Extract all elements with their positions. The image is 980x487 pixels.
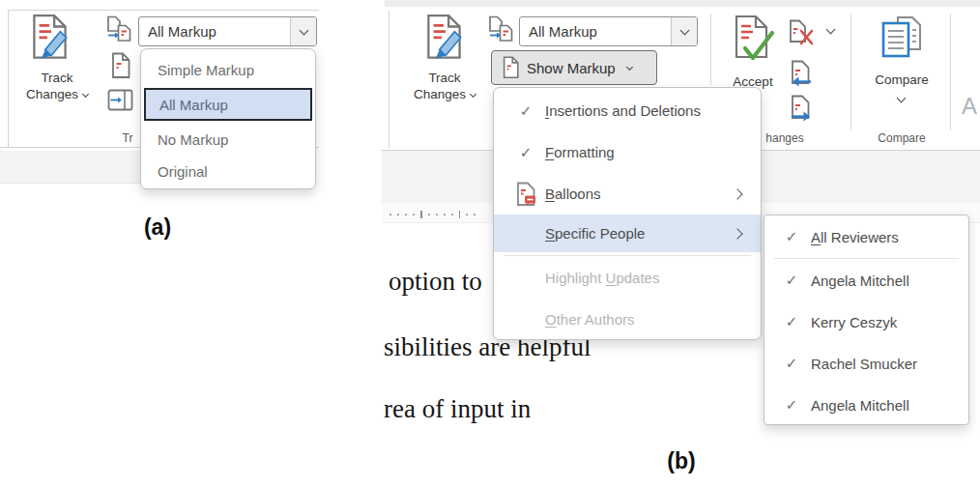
menu-item-label: Original bbox=[144, 163, 208, 180]
reviewing-pane-icon bbox=[107, 89, 133, 112]
show-markup-menu: ✓ Insertions and Deletions ✓ Formatting bbox=[493, 87, 762, 340]
show-markup-button-label: Show Markup bbox=[527, 60, 616, 76]
reviewers-submenu: ✓ All Reviewers ✓ Angela Mitchell ✓ Kerr… bbox=[764, 215, 969, 425]
group-divider bbox=[950, 14, 951, 130]
menu-item-no-markup[interactable]: No Markup bbox=[144, 122, 312, 157]
menu-item-balloons[interactable]: Balloons bbox=[494, 173, 761, 215]
chevron-down-icon bbox=[897, 94, 907, 103]
previous-change-button[interactable] bbox=[788, 60, 815, 91]
display-for-review-icon bbox=[488, 15, 515, 43]
display-for-review-icon-button[interactable] bbox=[488, 15, 515, 44]
compare-button[interactable]: Compare bbox=[870, 12, 934, 129]
menu-item-highlight-updates[interactable]: Highlight Updates bbox=[494, 257, 761, 299]
reject-icon bbox=[788, 19, 815, 47]
title-bar-strip bbox=[385, 0, 980, 7]
submenu-item-reviewer[interactable]: ✓ Rachel Smucker bbox=[764, 343, 968, 384]
chevron-down-icon bbox=[470, 91, 476, 98]
menu-item-label: Insertions and Deletions bbox=[545, 102, 701, 119]
menu-item-all-markup[interactable]: All Markup bbox=[144, 88, 312, 121]
track-changes-icon bbox=[422, 14, 467, 66]
chevron-down-icon bbox=[626, 63, 633, 70]
submenu-item-reviewer[interactable]: ✓ Angela Mitchell bbox=[764, 385, 968, 425]
caption-b: (b) bbox=[648, 448, 715, 474]
panel-a: Track Changes bbox=[0, 0, 333, 251]
submenu-item-label: Angela Mitchell bbox=[811, 272, 909, 289]
submenu-item-all-reviewers[interactable]: ✓ All Reviewers bbox=[764, 217, 968, 256]
reject-dropdown-chevron-icon[interactable] bbox=[826, 25, 836, 35]
track-changes-icon bbox=[28, 14, 72, 66]
menu-item-simple-markup[interactable]: Simple Markup bbox=[144, 52, 312, 87]
figure-stage: Track Changes bbox=[0, 0, 980, 487]
compare-group-label: Compare bbox=[870, 131, 934, 145]
document-line: option to bbox=[389, 267, 482, 297]
menu-item-insertions-and-deletions[interactable]: ✓ Insertions and Deletions bbox=[494, 90, 761, 131]
display-for-review-dropdown: Simple Markup All Markup No Markup Origi… bbox=[140, 48, 316, 189]
display-for-review-combo[interactable]: All Markup bbox=[138, 16, 317, 46]
ribbon-left-border bbox=[8, 10, 9, 148]
track-changes-label-2: Changes bbox=[414, 87, 466, 101]
show-markup-icon-button[interactable] bbox=[110, 52, 133, 81]
display-for-review-combo[interactable]: All Markup bbox=[519, 16, 698, 46]
display-for-review-icon-button[interactable] bbox=[106, 15, 133, 44]
menu-separator bbox=[504, 255, 751, 256]
submenu-item-label: Kerry Ceszyk bbox=[811, 314, 897, 330]
menu-item-original[interactable]: Original bbox=[144, 154, 312, 188]
reviewing-pane-button[interactable] bbox=[107, 89, 134, 114]
menu-item-label: Simple Markup bbox=[144, 62, 254, 78]
ribbon-top-border bbox=[8, 10, 319, 11]
menu-item-label: No Markup bbox=[144, 131, 228, 148]
track-changes-button[interactable]: Track Changes bbox=[15, 12, 99, 114]
submenu-arrow-icon bbox=[732, 188, 742, 199]
submenu-item-label: All Reviewers bbox=[811, 229, 899, 245]
check-icon: ✓ bbox=[786, 313, 798, 330]
show-markup-doc-icon bbox=[110, 52, 131, 79]
track-changes-button[interactable]: Track Changes bbox=[403, 12, 486, 114]
chevron-down-icon bbox=[679, 25, 689, 35]
reject-button[interactable] bbox=[788, 19, 815, 48]
balloons-icon bbox=[515, 182, 537, 207]
menu-item-formatting[interactable]: ✓ Formatting bbox=[494, 131, 761, 173]
show-markup-doc-icon bbox=[502, 56, 520, 79]
check-icon: ✓ bbox=[786, 228, 798, 245]
check-icon: ✓ bbox=[786, 272, 798, 289]
check-icon: ✓ bbox=[520, 144, 533, 161]
next-change-button[interactable] bbox=[788, 95, 815, 126]
display-for-review-value: All Markup bbox=[139, 23, 290, 40]
display-for-review-icon bbox=[106, 15, 133, 43]
accept-icon bbox=[731, 14, 775, 68]
menu-item-label: Other Authors bbox=[545, 311, 635, 328]
partial-next-group-letter: A bbox=[962, 93, 977, 120]
group-divider bbox=[710, 14, 711, 85]
chevron-down-icon bbox=[299, 25, 308, 35]
compare-label: Compare bbox=[870, 72, 934, 88]
combo-dropdown-button[interactable] bbox=[290, 17, 316, 45]
menu-separator bbox=[774, 258, 959, 259]
menu-item-specific-people[interactable]: Specific People bbox=[494, 215, 761, 252]
changes-group-label-cut: hanges bbox=[760, 131, 810, 145]
submenu-item-label: Angela Mitchell bbox=[811, 397, 909, 414]
chevron-down-icon bbox=[82, 91, 89, 98]
accept-button[interactable]: Accept bbox=[728, 12, 778, 95]
submenu-arrow-icon bbox=[732, 228, 742, 239]
combo-dropdown-button[interactable] bbox=[671, 17, 697, 45]
submenu-item-reviewer[interactable]: ✓ Kerry Ceszyk bbox=[764, 301, 968, 342]
menu-item-label: Specific People bbox=[545, 225, 645, 242]
track-changes-label-2: Changes bbox=[26, 87, 78, 101]
panel-b: option to sibilities are helpful rea of … bbox=[382, 0, 980, 487]
document-line: rea of input in bbox=[384, 394, 531, 424]
group-divider bbox=[850, 14, 851, 130]
caption-a: (a) bbox=[124, 215, 191, 241]
submenu-item-reviewer[interactable]: ✓ Angela Mitchell bbox=[764, 260, 968, 301]
track-changes-label-1: Track bbox=[15, 70, 99, 86]
menu-item-label: All Markup bbox=[146, 97, 228, 113]
menu-item-other-authors[interactable]: Other Authors bbox=[494, 299, 761, 340]
display-for-review-value: All Markup bbox=[520, 23, 671, 40]
track-changes-label-1: Track bbox=[403, 70, 486, 86]
compare-icon bbox=[879, 14, 924, 62]
show-markup-button[interactable]: Show Markup bbox=[491, 50, 657, 85]
tracking-group-label-cut: Tr bbox=[118, 131, 137, 145]
check-icon: ✓ bbox=[520, 102, 533, 120]
check-icon: ✓ bbox=[786, 396, 798, 414]
check-icon: ✓ bbox=[786, 355, 798, 372]
next-change-icon bbox=[788, 95, 815, 124]
